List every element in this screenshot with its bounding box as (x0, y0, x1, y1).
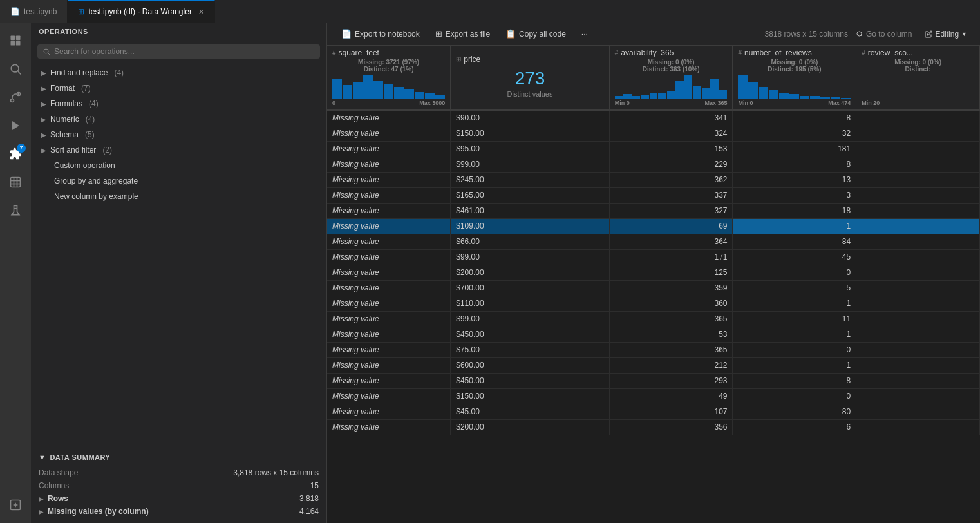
export-to-notebook-button[interactable]: 📄 Export to notebook (335, 26, 426, 41)
table-row[interactable]: Missing value$200.003566 (327, 419, 980, 435)
tab-close-button[interactable]: ✕ (198, 8, 204, 16)
table-row[interactable]: Missing value$66.0036484 (327, 234, 980, 249)
ds-row-columns: Columns 15 (39, 479, 319, 492)
ops-group-format[interactable]: ▶ Format (7) (36, 81, 321, 96)
export-as-file-button[interactable]: ⊞ Export as file (429, 26, 496, 41)
ops-group-find-replace[interactable]: ▶ Find and replace (4) (36, 65, 321, 81)
go-to-column-label: Go to column (866, 30, 912, 39)
cell-square-feet: Missing value (327, 327, 451, 342)
ops-label-formulas: Formulas (50, 99, 82, 108)
svg-point-4 (11, 64, 19, 72)
ops-count-schema: (5) (85, 130, 95, 139)
cell-price: $75.00 (451, 342, 610, 357)
ops-new-column-example[interactable]: New column by example (36, 189, 321, 204)
col-type-text-icon: ⊞ (456, 55, 461, 62)
chevron-right-missing-icon: ▶ (39, 508, 44, 515)
cell-price: $95.00 (451, 141, 610, 157)
editing-button[interactable]: Editing ▼ (919, 28, 972, 41)
table-row[interactable]: Missing value$200.001250 (327, 265, 980, 280)
cell-square-feet: Missing value (327, 172, 451, 187)
col-header-price[interactable]: ⊞ price 273 Distinct values (451, 46, 610, 110)
table-row[interactable]: Missing value$95.00153181 (327, 141, 980, 157)
cell-availability: 341 (609, 110, 733, 126)
ops-count-format: (7) (81, 84, 91, 93)
search-input[interactable] (54, 47, 315, 56)
more-options-button[interactable]: ··· (575, 27, 594, 41)
cell-square-feet: Missing value (327, 419, 451, 435)
cell-reviews: 1 (733, 218, 856, 234)
cell-availability: 337 (609, 187, 733, 203)
main-layout: 7 OPERATIONS ▶ Find and replace (4) (0, 23, 980, 523)
cell-square-feet: Missing value (327, 296, 451, 311)
activity-extensions[interactable]: 7 (3, 141, 28, 167)
ds-row-rows[interactable]: ▶ Rows 3,818 (39, 492, 319, 505)
ops-group-schema[interactable]: ▶ Schema (5) (36, 127, 321, 142)
cell-review-score (856, 327, 980, 342)
table-row[interactable]: Missing value$600.002121 (327, 357, 980, 373)
cell-review-score (856, 218, 980, 234)
table-row[interactable]: Missing value$45.0010780 (327, 404, 980, 419)
col-header-availability[interactable]: # availability_365 Missing: 0 (0%) Disti… (609, 46, 733, 110)
cell-square-feet: Missing value (327, 265, 451, 280)
activity-run-debug[interactable] (3, 113, 28, 138)
table-row[interactable]: Missing value$450.002938 (327, 373, 980, 388)
col-name-review-score: review_sco... (868, 48, 913, 57)
activity-source-control[interactable] (3, 84, 28, 110)
ops-group-formulas[interactable]: ▶ Formulas (4) (36, 96, 321, 111)
export-notebook-icon: 📄 (341, 29, 352, 39)
table-row[interactable]: Missing value$75.003650 (327, 342, 980, 357)
ds-row-missing-values[interactable]: ▶ Missing values (by column) 4,164 (39, 505, 319, 518)
col-header-reviews[interactable]: # number_of_reviews Missing: 0 (0%) Dist… (733, 46, 856, 110)
col-name-price: price (464, 55, 480, 64)
cell-review-score (856, 265, 980, 280)
svg-rect-9 (11, 178, 21, 187)
ops-custom-operation[interactable]: Custom operation (36, 158, 321, 173)
activity-explorer[interactable] (3, 28, 28, 53)
table-row[interactable]: Missing value$245.0036213 (327, 172, 980, 187)
ops-group-numeric[interactable]: ▶ Numeric (4) (36, 111, 321, 127)
cell-price: $450.00 (451, 373, 610, 388)
table-row[interactable]: Missing value$99.0036511 (327, 311, 980, 327)
table-row[interactable]: Missing value$150.0032432 (327, 126, 980, 141)
table-row[interactable]: Missing value$90.003418 (327, 110, 980, 126)
table-row[interactable]: Missing value$165.003373 (327, 187, 980, 203)
activity-search[interactable] (3, 56, 28, 82)
table-row[interactable]: Missing value$700.003595 (327, 280, 980, 296)
table-row[interactable]: Missing value$109.00691 (327, 218, 980, 234)
col-missing-square-feet: Missing: 3721 (97%) (332, 59, 445, 66)
table-row[interactable]: Missing value$99.0017145 (327, 249, 980, 265)
data-summary-header[interactable]: ▼ DATA SUMMARY (39, 453, 319, 461)
activity-new-wrangler[interactable] (3, 492, 28, 518)
table-row[interactable]: Missing value$450.00531 (327, 327, 980, 342)
tab-test-ipynb[interactable]: 📄 test.ipynb (0, 0, 68, 23)
activity-data-view[interactable] (3, 169, 28, 195)
data-grid: # square_feet Missing: 3721 (97%) Distin… (327, 46, 980, 435)
copy-all-code-button[interactable]: 📋 Copy all code (499, 26, 572, 41)
col-type-numeric-icon: # (332, 50, 336, 57)
col-header-review-score[interactable]: # review_sco... Missing: 0 (0%) Distinct… (856, 46, 980, 110)
activity-lab[interactable] (3, 198, 28, 223)
cell-price: $45.00 (451, 404, 610, 419)
cell-availability: 153 (609, 141, 733, 157)
table-row[interactable]: Missing value$99.002298 (327, 157, 980, 172)
table-row[interactable]: Missing value$461.0032718 (327, 203, 980, 218)
operations-title: OPERATIONS (39, 28, 88, 35)
export-file-icon: ⊞ (435, 29, 442, 39)
ops-group-by-aggregate[interactable]: Group by and aggregate (36, 173, 321, 189)
search-icon (42, 48, 50, 55)
table-row[interactable]: Missing value$110.003601 (327, 296, 980, 311)
col-distinct-count-price: 273 Distinct values (456, 64, 604, 102)
go-to-column-button[interactable]: Go to column (856, 30, 912, 39)
col-stats-availability: Missing: 0 (0%) Distinct: 363 (10%) (615, 57, 728, 74)
col-chart-review-score (862, 74, 974, 100)
svg-rect-3 (16, 41, 21, 46)
cell-square-feet: Missing value (327, 187, 451, 203)
tab-data-wrangler[interactable]: ⊞ test.ipynb (df) - Data Wrangler ✕ (68, 0, 215, 23)
col-stats-reviews: Missing: 0 (0%) Distinct: 195 (5%) (738, 57, 851, 74)
table-row[interactable]: Missing value$150.00490 (327, 388, 980, 404)
ops-group-sort-filter[interactable]: ▶ Sort and filter (2) (36, 142, 321, 158)
grid-container[interactable]: # square_feet Missing: 3721 (97%) Distin… (327, 46, 980, 523)
cell-review-score (856, 187, 980, 203)
col-header-square-feet[interactable]: # square_feet Missing: 3721 (97%) Distin… (327, 46, 451, 110)
cell-reviews: 181 (733, 141, 856, 157)
